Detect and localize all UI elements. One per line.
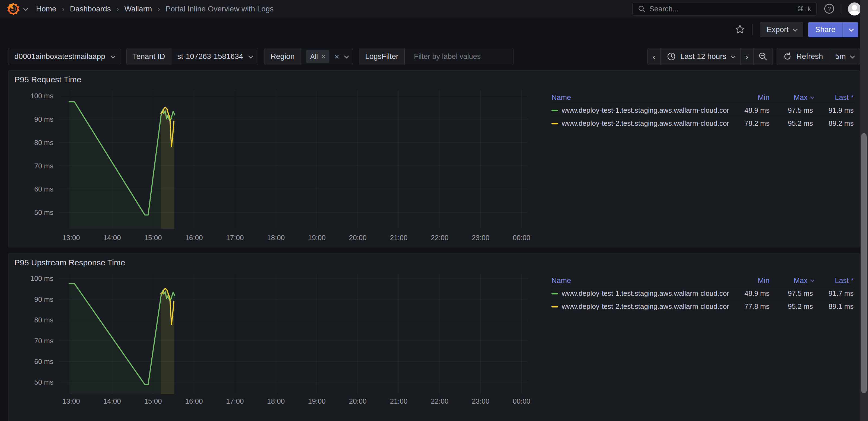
legend-series-last: 91.7 ms bbox=[813, 287, 854, 300]
legend-header-max[interactable]: Max bbox=[770, 91, 813, 104]
breadcrumb-separator: › bbox=[157, 4, 160, 13]
svg-text:100 ms: 100 ms bbox=[30, 274, 54, 282]
region-variable-dropdown[interactable]: Region All × × bbox=[264, 48, 353, 65]
legend-header-name[interactable]: Name bbox=[552, 274, 729, 287]
zoom-out-icon bbox=[758, 52, 768, 61]
chevron-down-icon bbox=[731, 54, 735, 58]
legend-series-max: 97.5 ms bbox=[770, 287, 813, 300]
legend-series-name[interactable]: www.deploy-test-2.test.staging.aws.walla… bbox=[552, 117, 729, 130]
time-range-label: Last 12 hours bbox=[680, 52, 726, 61]
app-variable-dropdown[interactable]: d0001ainboxatestmailaapp bbox=[8, 48, 120, 65]
timeseries-chart[interactable]: 13:0014:0015:0016:0017:0018:0019:0020:00… bbox=[13, 87, 542, 247]
svg-text:60 ms: 60 ms bbox=[34, 358, 54, 366]
star-dashboard-button[interactable] bbox=[735, 24, 745, 35]
legend-series-name[interactable]: www.deploy-test-1.test.staging.aws.walla… bbox=[552, 287, 729, 300]
legend-series-name[interactable]: www.deploy-test-2.test.staging.aws.walla… bbox=[552, 300, 729, 313]
chevron-down-icon bbox=[111, 54, 115, 58]
help-icon: ? bbox=[824, 3, 835, 14]
panel-header[interactable]: P95 Upstream Response Time bbox=[8, 254, 860, 270]
search-box[interactable]: ⌘+k bbox=[632, 2, 817, 16]
page-scrollbar[interactable] bbox=[860, 0, 868, 421]
search-input[interactable] bbox=[649, 5, 794, 13]
dashboard-actions-bar: Export Share bbox=[0, 18, 868, 41]
panel-p95-upstream-response-time: P95 Upstream Response Time 13:0014:0015:… bbox=[8, 253, 860, 421]
time-picker-group: ‹ Last 12 hours › bbox=[648, 48, 773, 65]
breadcrumb-wallarm[interactable]: Wallarm bbox=[124, 5, 152, 13]
breadcrumb: Home › Dashboards › Wallarm › Portal Inl… bbox=[36, 4, 274, 13]
app-variable-value: d0001ainboxatestmailaapp bbox=[14, 52, 105, 61]
svg-text:80 ms: 80 ms bbox=[34, 316, 54, 324]
logs-filter-input[interactable] bbox=[414, 52, 510, 61]
user-avatar[interactable] bbox=[848, 2, 861, 16]
time-controls: ‹ Last 12 hours › Refresh 5m bbox=[648, 48, 860, 65]
svg-text:13:00: 13:00 bbox=[62, 397, 80, 405]
share-options-button[interactable] bbox=[842, 22, 858, 37]
refresh-interval-value: 5m bbox=[835, 52, 846, 61]
svg-text:50 ms: 50 ms bbox=[34, 208, 54, 217]
dashboard-canvas: P95 Request Time 13:0014:0015:0016:0017:… bbox=[0, 65, 868, 421]
star-icon bbox=[735, 24, 745, 35]
legend-series-min: 48.9 ms bbox=[729, 287, 770, 300]
time-range-button[interactable]: Last 12 hours bbox=[660, 48, 740, 65]
svg-text:60 ms: 60 ms bbox=[34, 185, 54, 193]
svg-text:100 ms: 100 ms bbox=[30, 92, 54, 100]
zoom-out-button[interactable] bbox=[753, 48, 773, 65]
legend-header-min[interactable]: Min bbox=[729, 91, 770, 104]
nav-right-section: ⌘+k ? bbox=[632, 2, 861, 16]
grafana-logo-icon[interactable] bbox=[7, 3, 20, 15]
region-chip-label: All bbox=[310, 52, 318, 61]
search-icon bbox=[638, 5, 646, 13]
help-button[interactable]: ? bbox=[824, 3, 835, 15]
svg-text:90 ms: 90 ms bbox=[34, 295, 54, 303]
panel-header[interactable]: P95 Request Time bbox=[8, 71, 860, 86]
legend-series-min: 77.8 ms bbox=[729, 300, 770, 313]
refresh-interval-dropdown[interactable]: 5m bbox=[829, 48, 860, 65]
refresh-group: Refresh 5m bbox=[777, 48, 860, 65]
legend-series-last: 89.1 ms bbox=[813, 300, 854, 313]
refresh-button-label: Refresh bbox=[796, 52, 823, 61]
legend-series-last: 89.2 ms bbox=[813, 117, 854, 130]
legend-header-min[interactable]: Min bbox=[729, 274, 770, 287]
legend-series-name[interactable]: www.deploy-test-1.test.staging.aws.walla… bbox=[552, 104, 729, 117]
time-shift-forward-button[interactable]: › bbox=[740, 48, 753, 65]
refresh-button[interactable]: Refresh bbox=[777, 48, 829, 65]
svg-text:70 ms: 70 ms bbox=[34, 337, 54, 345]
legend-header-last[interactable]: Last * bbox=[813, 91, 854, 104]
svg-text:21:00: 21:00 bbox=[390, 397, 407, 405]
svg-text:00:00: 00:00 bbox=[513, 233, 530, 242]
panel-p95-request-time: P95 Request Time 13:0014:0015:0016:0017:… bbox=[8, 71, 860, 248]
share-button[interactable]: Share bbox=[808, 22, 842, 37]
share-split-button: Share bbox=[808, 22, 858, 37]
region-chip-all[interactable]: All × bbox=[306, 50, 329, 63]
legend-series-max: 97.5 ms bbox=[770, 104, 813, 117]
svg-text:18:00: 18:00 bbox=[267, 233, 285, 242]
tenant-variable-dropdown[interactable]: Tenant ID st-107263-1581634 bbox=[126, 48, 258, 65]
chevron-down-icon bbox=[248, 54, 253, 58]
svg-text:19:00: 19:00 bbox=[308, 397, 326, 405]
time-shift-back-button[interactable]: ‹ bbox=[648, 48, 660, 65]
svg-text:14:00: 14:00 bbox=[103, 397, 121, 405]
breadcrumb-separator: › bbox=[116, 4, 119, 13]
svg-text:17:00: 17:00 bbox=[226, 233, 244, 242]
breadcrumb-home[interactable]: Home bbox=[36, 5, 56, 13]
legend-series-max: 95.2 ms bbox=[770, 300, 813, 313]
svg-text:21:00: 21:00 bbox=[390, 233, 407, 242]
chip-remove-icon[interactable]: × bbox=[321, 52, 326, 61]
logs-filter-label: LogsFilter bbox=[359, 48, 405, 65]
export-button[interactable]: Export bbox=[760, 22, 803, 37]
logs-filter-control[interactable]: LogsFilter bbox=[359, 48, 514, 65]
breadcrumb-dashboards[interactable]: Dashboards bbox=[70, 5, 111, 13]
region-clear-icon[interactable]: × bbox=[334, 52, 339, 62]
series-color-marker bbox=[552, 123, 558, 124]
timeseries-chart[interactable]: 13:0014:0015:0016:0017:0018:0019:0020:00… bbox=[13, 271, 542, 414]
legend-header-last[interactable]: Last * bbox=[813, 274, 854, 287]
legend-header-name[interactable]: Name bbox=[552, 91, 729, 104]
legend-header-max[interactable]: Max bbox=[770, 274, 813, 287]
svg-text:00:00: 00:00 bbox=[513, 397, 530, 405]
tenant-variable-value: st-107263-1581634 bbox=[177, 52, 243, 61]
legend-series-last: 91.9 ms bbox=[813, 104, 854, 117]
scrollbar-thumb[interactable] bbox=[861, 133, 867, 393]
series-color-marker bbox=[552, 306, 558, 307]
org-switcher-chevron-icon[interactable] bbox=[23, 6, 28, 11]
svg-text:23:00: 23:00 bbox=[472, 233, 489, 242]
